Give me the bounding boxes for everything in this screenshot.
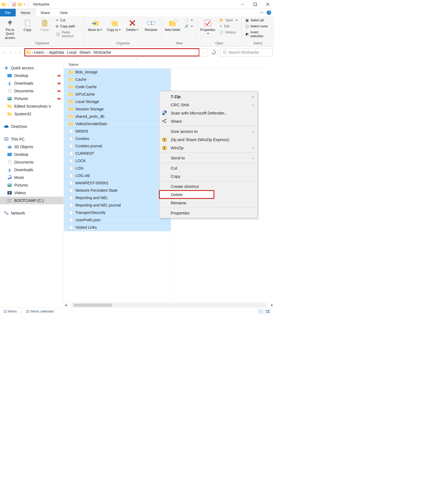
file-row[interactable]: blob_storage xyxy=(64,68,171,76)
cut-button[interactable]: ✂Cut xyxy=(54,18,82,23)
new-folder-button[interactable]: New folder xyxy=(164,18,181,33)
rename-button[interactable]: Rename xyxy=(143,18,160,33)
refresh-button[interactable] xyxy=(209,50,219,55)
forward-button[interactable]: → xyxy=(9,50,13,55)
scroll-left-icon[interactable]: ◀ xyxy=(64,303,68,307)
ctx-delete[interactable]: Delete xyxy=(159,190,214,199)
file-row[interactable]: Visited Links xyxy=(64,224,171,231)
ctx-crc-sha[interactable]: CRC SHA› xyxy=(159,101,257,109)
ctx-give-access[interactable]: Give access to› xyxy=(159,127,257,135)
crumb-hidden[interactable]: › xyxy=(47,51,48,54)
file-row[interactable]: CURRENT xyxy=(64,150,171,157)
crumb-users[interactable]: Users› xyxy=(34,50,46,55)
history-button[interactable]: 🕘History xyxy=(218,30,239,35)
file-row[interactable]: Local Storage xyxy=(64,98,171,105)
tab-home[interactable]: Home xyxy=(16,9,36,16)
file-row[interactable]: Cache xyxy=(64,76,171,83)
ctx-7zip[interactable]: 7-Zip› xyxy=(159,92,257,101)
ctx-share[interactable]: Share xyxy=(159,117,257,125)
sidebar-item-desktop[interactable]: Desktop📌 xyxy=(0,72,64,79)
file-row[interactable]: shared_proto_db xyxy=(64,113,171,120)
sidebar-onedrive[interactable]: OneDrive xyxy=(0,123,64,130)
sidebar-item-pictures[interactable]: Pictures📌 xyxy=(0,95,64,102)
file-row[interactable]: LOCK xyxy=(64,157,171,165)
pin-to-quick-access-button[interactable]: Pin to Quick access xyxy=(2,18,18,41)
new-item-button[interactable]: 📄 xyxy=(183,18,195,23)
tab-view[interactable]: View xyxy=(55,9,72,16)
sidebar-network[interactable]: Network xyxy=(0,209,64,217)
crumb-appdata[interactable]: AppData› xyxy=(49,50,66,55)
help-icon[interactable]: ? xyxy=(266,10,271,15)
scroll-thumb[interactable] xyxy=(74,303,112,307)
details-view-button[interactable] xyxy=(258,309,264,314)
column-header-name[interactable]: Name xyxy=(64,61,171,68)
properties-icon[interactable] xyxy=(12,2,16,7)
file-row[interactable]: Cookies xyxy=(64,135,171,142)
crumb-htmlcache[interactable]: htmlcache xyxy=(94,50,111,55)
sidebar-item-downloads[interactable]: Downloads📌 xyxy=(0,79,64,87)
file-row[interactable]: Code Cache xyxy=(64,83,171,91)
file-row[interactable]: Reporting and NEL xyxy=(64,194,171,202)
scroll-trough[interactable] xyxy=(72,303,266,307)
sidebar-quick-access[interactable]: Quick access xyxy=(0,64,64,72)
ctx-defender[interactable]: Scan with Microsoft Defender... xyxy=(159,109,257,117)
file-row[interactable]: VideoDecodeStats xyxy=(64,120,171,128)
file-row[interactable]: MANIFEST-000001 xyxy=(64,179,171,187)
sidebar-this-pc[interactable]: This PC xyxy=(0,135,64,143)
up-button[interactable]: ↑ xyxy=(19,50,21,55)
ctx-create-shortcut[interactable]: Create shortcut xyxy=(159,182,257,190)
file-row[interactable]: 000003 xyxy=(64,128,171,135)
sidebar-item-3d-objects[interactable]: 3D Objects xyxy=(0,143,64,151)
tab-share[interactable]: Share xyxy=(36,9,55,16)
crumb-local[interactable]: Local› xyxy=(67,50,78,55)
file-row[interactable]: Reporting and NEL-journal xyxy=(64,202,171,209)
recent-locations-button[interactable]: ⌄ xyxy=(15,51,17,54)
horizontal-scrollbar[interactable]: ◀ ▶ xyxy=(64,302,274,307)
file-row[interactable]: GPUCache xyxy=(64,91,171,98)
close-button[interactable] xyxy=(261,0,274,9)
open-button[interactable]: 📂Open xyxy=(218,18,239,23)
address-dropdown-button[interactable]: ⌄ xyxy=(199,48,207,56)
file-row[interactable]: LOG xyxy=(64,165,171,172)
select-all-button[interactable]: ▦Select all xyxy=(244,18,272,23)
sidebar-item-documents[interactable]: Documents📌 xyxy=(0,87,64,95)
scroll-right-icon[interactable]: ▶ xyxy=(270,303,274,307)
file-row[interactable]: LOG.old xyxy=(64,172,171,179)
copy-to-button[interactable]: Copy to xyxy=(105,18,122,33)
thumbnails-view-button[interactable] xyxy=(265,309,271,314)
address-bar[interactable]: › Users› › AppData› Local› Steam› htmlca… xyxy=(24,48,207,56)
maximize-button[interactable] xyxy=(249,0,261,9)
ctx-winzip[interactable]: WinZip› xyxy=(159,144,257,152)
file-row[interactable]: TransportSecurity xyxy=(64,209,171,216)
tab-file[interactable]: File xyxy=(0,9,16,16)
ctx-rename[interactable]: Rename xyxy=(159,199,257,207)
ctx-properties[interactable]: Properties xyxy=(159,209,257,217)
back-button[interactable]: ← xyxy=(3,50,7,55)
copy-button[interactable]: Copy xyxy=(19,18,35,33)
ctx-cut[interactable]: Cut xyxy=(159,164,257,172)
file-row[interactable]: Network Persistent State xyxy=(64,187,171,194)
file-row[interactable]: Cookies-journal xyxy=(64,142,171,150)
delete-button[interactable]: Delete xyxy=(124,18,141,33)
ctx-copy[interactable]: Copy xyxy=(159,172,257,180)
invert-selection-button[interactable]: ◩Invert selection xyxy=(244,30,272,39)
breadcrumb[interactable]: › Users› › AppData› Local› Steam› htmlca… xyxy=(25,48,200,56)
select-none-button[interactable]: ▢Select none xyxy=(244,24,272,29)
file-list[interactable]: blob_storageCacheCode CacheGPUCacheLocal… xyxy=(64,68,171,302)
sidebar-item-videos[interactable]: Videos xyxy=(0,189,64,197)
sidebar-item-edited-screenshots-v[interactable]: Edited Screenshots V xyxy=(0,102,64,110)
ctx-send-to[interactable]: Send to› xyxy=(159,154,257,162)
sidebar-item-pictures[interactable]: Pictures xyxy=(0,181,64,189)
easy-access-button[interactable]: 🔗 xyxy=(183,24,195,29)
folder-dropdown-icon[interactable] xyxy=(18,2,22,7)
collapse-handle[interactable]: ⌃ xyxy=(0,58,274,61)
collapse-ribbon-icon[interactable] xyxy=(260,11,264,15)
chevron-right-icon[interactable]: › xyxy=(32,50,33,55)
search-input[interactable]: Search htmlcache xyxy=(220,48,272,56)
sidebar-item-downloads[interactable]: Downloads xyxy=(0,166,64,174)
properties-button[interactable]: Properties xyxy=(199,18,216,37)
ctx-zip-share[interactable]: Zip and Share (WinZip Express) xyxy=(159,135,257,144)
crumb-steam[interactable]: Steam› xyxy=(79,50,93,55)
sidebar-item-music[interactable]: Music xyxy=(0,174,64,181)
sidebar-item-bootcamp-c-[interactable]: BOOTCAMP (C:) xyxy=(0,197,64,204)
